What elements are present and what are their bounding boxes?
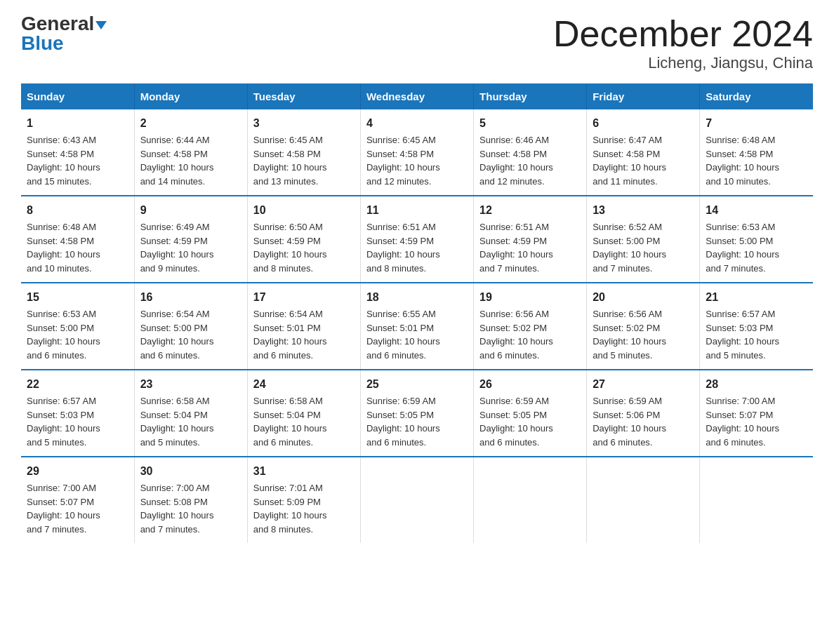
list-item: 17Sunrise: 6:54 AMSunset: 5:01 PMDayligh… bbox=[247, 283, 360, 370]
day-info: Sunrise: 6:48 AMSunset: 4:58 PMDaylight:… bbox=[27, 220, 128, 275]
list-item: 5Sunrise: 6:46 AMSunset: 4:58 PMDaylight… bbox=[474, 109, 587, 196]
list-item: 1Sunrise: 6:43 AMSunset: 4:58 PMDaylight… bbox=[21, 109, 134, 196]
calendar-header-row: Sunday Monday Tuesday Wednesday Thursday… bbox=[21, 83, 813, 109]
day-number: 1 bbox=[27, 115, 128, 132]
day-info: Sunrise: 7:00 AMSunset: 5:07 PMDaylight:… bbox=[27, 481, 128, 536]
day-info: Sunrise: 6:55 AMSunset: 5:01 PMDaylight:… bbox=[366, 307, 468, 362]
list-item: 27Sunrise: 6:59 AMSunset: 5:06 PMDayligh… bbox=[587, 370, 700, 457]
day-number: 28 bbox=[706, 376, 807, 393]
day-number: 23 bbox=[140, 376, 241, 393]
day-info: Sunrise: 6:54 AMSunset: 5:00 PMDaylight:… bbox=[140, 307, 241, 362]
list-item: 21Sunrise: 6:57 AMSunset: 5:03 PMDayligh… bbox=[700, 283, 813, 370]
list-item: 12Sunrise: 6:51 AMSunset: 4:59 PMDayligh… bbox=[474, 196, 587, 283]
list-item: 9Sunrise: 6:49 AMSunset: 4:59 PMDaylight… bbox=[134, 196, 247, 283]
list-item: 31Sunrise: 7:01 AMSunset: 5:09 PMDayligh… bbox=[247, 457, 360, 543]
day-info: Sunrise: 6:52 AMSunset: 5:00 PMDaylight:… bbox=[593, 220, 694, 275]
day-info: Sunrise: 6:59 AMSunset: 5:05 PMDaylight:… bbox=[479, 394, 581, 449]
day-info: Sunrise: 6:59 AMSunset: 5:05 PMDaylight:… bbox=[366, 394, 468, 449]
col-monday: Monday bbox=[134, 83, 247, 109]
list-item: 6Sunrise: 6:47 AMSunset: 4:58 PMDaylight… bbox=[587, 109, 700, 196]
table-row: 29Sunrise: 7:00 AMSunset: 5:07 PMDayligh… bbox=[21, 457, 813, 543]
logo: General Blue bbox=[21, 14, 107, 55]
logo-part1: General bbox=[21, 14, 107, 34]
day-number: 18 bbox=[366, 289, 468, 306]
list-item: 13Sunrise: 6:52 AMSunset: 5:00 PMDayligh… bbox=[587, 196, 700, 283]
day-info: Sunrise: 6:44 AMSunset: 4:58 PMDaylight:… bbox=[140, 133, 241, 188]
day-info: Sunrise: 6:51 AMSunset: 4:59 PMDaylight:… bbox=[479, 220, 581, 275]
day-number: 2 bbox=[140, 115, 241, 132]
day-number: 29 bbox=[27, 463, 128, 480]
day-number: 8 bbox=[27, 202, 128, 219]
col-sunday: Sunday bbox=[21, 83, 134, 109]
day-info: Sunrise: 6:49 AMSunset: 4:59 PMDaylight:… bbox=[140, 220, 241, 275]
location: Licheng, Jiangsu, China bbox=[553, 54, 813, 72]
calendar-table: Sunday Monday Tuesday Wednesday Thursday… bbox=[21, 83, 813, 543]
list-item: 25Sunrise: 6:59 AMSunset: 5:05 PMDayligh… bbox=[360, 370, 473, 457]
list-item bbox=[360, 457, 473, 543]
day-number: 5 bbox=[479, 115, 581, 132]
col-thursday: Thursday bbox=[474, 83, 587, 109]
day-number: 26 bbox=[479, 376, 581, 393]
col-wednesday: Wednesday bbox=[360, 83, 473, 109]
list-item: 11Sunrise: 6:51 AMSunset: 4:59 PMDayligh… bbox=[360, 196, 473, 283]
list-item: 15Sunrise: 6:53 AMSunset: 5:00 PMDayligh… bbox=[21, 283, 134, 370]
day-info: Sunrise: 6:46 AMSunset: 4:58 PMDaylight:… bbox=[479, 133, 581, 188]
page-header: General Blue December 2024 Licheng, Jian… bbox=[21, 14, 813, 72]
day-info: Sunrise: 6:56 AMSunset: 5:02 PMDaylight:… bbox=[593, 307, 694, 362]
list-item: 24Sunrise: 6:58 AMSunset: 5:04 PMDayligh… bbox=[247, 370, 360, 457]
day-info: Sunrise: 6:43 AMSunset: 4:58 PMDaylight:… bbox=[27, 133, 128, 188]
day-number: 13 bbox=[593, 202, 694, 219]
day-number: 16 bbox=[140, 289, 241, 306]
logo-triangle-icon bbox=[95, 21, 107, 29]
day-number: 15 bbox=[27, 289, 128, 306]
table-row: 15Sunrise: 6:53 AMSunset: 5:00 PMDayligh… bbox=[21, 283, 813, 370]
col-saturday: Saturday bbox=[700, 83, 813, 109]
day-number: 27 bbox=[593, 376, 694, 393]
day-number: 17 bbox=[253, 289, 355, 306]
list-item: 29Sunrise: 7:00 AMSunset: 5:07 PMDayligh… bbox=[21, 457, 134, 543]
day-number: 9 bbox=[140, 202, 241, 219]
day-number: 12 bbox=[479, 202, 581, 219]
day-info: Sunrise: 6:51 AMSunset: 4:59 PMDaylight:… bbox=[366, 220, 468, 275]
list-item: 19Sunrise: 6:56 AMSunset: 5:02 PMDayligh… bbox=[474, 283, 587, 370]
col-tuesday: Tuesday bbox=[247, 83, 360, 109]
list-item: 30Sunrise: 7:00 AMSunset: 5:08 PMDayligh… bbox=[134, 457, 247, 543]
table-row: 22Sunrise: 6:57 AMSunset: 5:03 PMDayligh… bbox=[21, 370, 813, 457]
day-number: 25 bbox=[366, 376, 468, 393]
day-number: 20 bbox=[593, 289, 694, 306]
day-info: Sunrise: 7:00 AMSunset: 5:07 PMDaylight:… bbox=[706, 394, 807, 449]
col-friday: Friday bbox=[587, 83, 700, 109]
day-number: 31 bbox=[253, 463, 355, 480]
list-item: 8Sunrise: 6:48 AMSunset: 4:58 PMDaylight… bbox=[21, 196, 134, 283]
day-number: 11 bbox=[366, 202, 468, 219]
day-number: 24 bbox=[253, 376, 355, 393]
list-item: 2Sunrise: 6:44 AMSunset: 4:58 PMDaylight… bbox=[134, 109, 247, 196]
title-area: December 2024 Licheng, Jiangsu, China bbox=[553, 14, 813, 72]
logo-part2: Blue bbox=[21, 32, 64, 55]
day-info: Sunrise: 6:53 AMSunset: 5:00 PMDaylight:… bbox=[27, 307, 128, 362]
list-item: 16Sunrise: 6:54 AMSunset: 5:00 PMDayligh… bbox=[134, 283, 247, 370]
day-info: Sunrise: 6:56 AMSunset: 5:02 PMDaylight:… bbox=[479, 307, 581, 362]
day-number: 3 bbox=[253, 115, 355, 132]
day-info: Sunrise: 6:54 AMSunset: 5:01 PMDaylight:… bbox=[253, 307, 355, 362]
day-info: Sunrise: 6:58 AMSunset: 5:04 PMDaylight:… bbox=[253, 394, 355, 449]
list-item: 22Sunrise: 6:57 AMSunset: 5:03 PMDayligh… bbox=[21, 370, 134, 457]
day-number: 7 bbox=[706, 115, 807, 132]
day-info: Sunrise: 6:53 AMSunset: 5:00 PMDaylight:… bbox=[706, 220, 807, 275]
day-number: 4 bbox=[366, 115, 468, 132]
list-item: 23Sunrise: 6:58 AMSunset: 5:04 PMDayligh… bbox=[134, 370, 247, 457]
day-number: 30 bbox=[140, 463, 241, 480]
list-item: 14Sunrise: 6:53 AMSunset: 5:00 PMDayligh… bbox=[700, 196, 813, 283]
day-number: 14 bbox=[706, 202, 807, 219]
day-info: Sunrise: 6:45 AMSunset: 4:58 PMDaylight:… bbox=[366, 133, 468, 188]
list-item: 26Sunrise: 6:59 AMSunset: 5:05 PMDayligh… bbox=[474, 370, 587, 457]
day-number: 21 bbox=[706, 289, 807, 306]
day-info: Sunrise: 6:57 AMSunset: 5:03 PMDaylight:… bbox=[706, 307, 807, 362]
list-item: 18Sunrise: 6:55 AMSunset: 5:01 PMDayligh… bbox=[360, 283, 473, 370]
day-number: 22 bbox=[27, 376, 128, 393]
list-item: 4Sunrise: 6:45 AMSunset: 4:58 PMDaylight… bbox=[360, 109, 473, 196]
day-info: Sunrise: 6:48 AMSunset: 4:58 PMDaylight:… bbox=[706, 133, 807, 188]
list-item bbox=[700, 457, 813, 543]
list-item: 3Sunrise: 6:45 AMSunset: 4:58 PMDaylight… bbox=[247, 109, 360, 196]
day-info: Sunrise: 6:50 AMSunset: 4:59 PMDaylight:… bbox=[253, 220, 355, 275]
